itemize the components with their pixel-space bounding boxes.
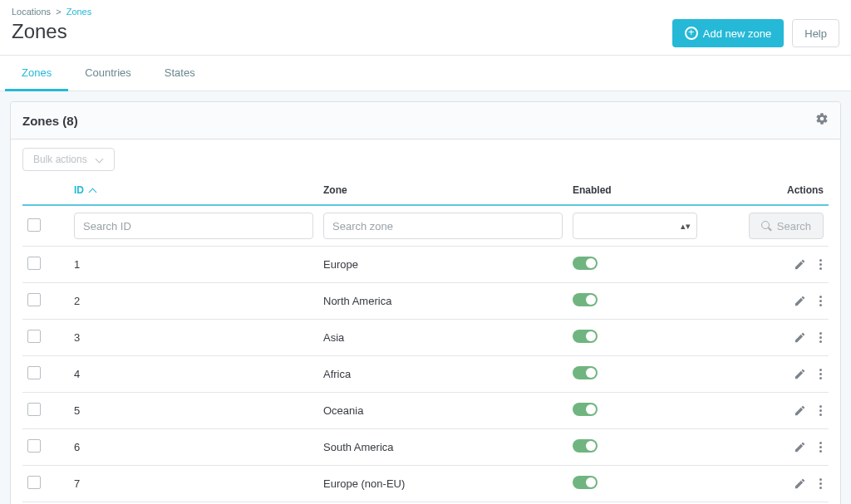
table-row: 2North America [22,283,829,320]
bulk-actions-dropdown[interactable]: Bulk actions [22,148,115,171]
table-row: 1Europe [22,247,829,283]
kebab-icon[interactable] [818,367,824,381]
edit-icon[interactable] [794,258,806,271]
table-row: 4Africa [22,356,829,393]
tab-countries[interactable]: Countries [68,56,148,91]
edit-icon[interactable] [794,477,806,490]
kebab-icon[interactable] [818,477,824,491]
filter-enabled-select[interactable] [573,213,697,239]
search-icon [761,221,772,232]
help-button[interactable]: Help [792,19,839,47]
edit-icon[interactable] [794,368,806,380]
table-row: 5Oceania [22,393,829,429]
col-enabled[interactable]: Enabled [568,178,697,205]
row-id: 1 [69,247,318,283]
breadcrumb-separator: > [53,7,63,17]
row-zone: South America [318,429,568,466]
col-id-label: ID [74,184,84,196]
chevron-down-icon [96,155,104,164]
row-zone: North America [318,283,568,320]
row-checkbox[interactable] [27,403,41,416]
kebab-icon[interactable] [818,330,824,345]
edit-icon[interactable] [794,441,806,453]
col-actions-label: Actions [787,184,824,196]
plus-circle-icon [685,27,698,40]
table-row: 3Asia [22,320,829,356]
row-zone: Asia [318,320,568,356]
page-title: Zones [12,20,67,43]
breadcrumb-current[interactable]: Zones [66,7,92,17]
row-id: 5 [69,393,318,429]
row-checkbox[interactable] [27,476,41,489]
col-id[interactable]: ID [69,178,318,205]
tab-zones[interactable]: Zones [5,56,68,91]
col-actions: Actions [762,178,829,205]
row-id: 7 [69,466,318,502]
kebab-icon[interactable] [818,294,824,308]
row-id: 2 [69,283,318,320]
table-row: 6South America [22,429,829,466]
enabled-toggle[interactable] [573,476,598,489]
edit-icon[interactable] [794,295,806,307]
kebab-icon[interactable] [818,257,824,272]
col-zone-label: Zone [323,184,347,196]
bulk-actions-label: Bulk actions [33,154,87,165]
row-id: 4 [69,356,318,393]
help-label: Help [804,27,827,40]
search-button[interactable]: Search [749,213,824,239]
row-checkbox[interactable] [27,366,41,379]
search-label: Search [777,220,811,232]
panel-title: Zones (8) [22,114,78,128]
kebab-icon[interactable] [818,440,824,454]
enabled-toggle[interactable] [573,257,598,270]
row-zone: Europe (non-EU) [318,466,568,502]
enabled-toggle[interactable] [573,403,598,416]
breadcrumb-root[interactable]: Locations [12,7,51,17]
row-zone: Europe [318,247,568,283]
row-checkbox[interactable] [27,257,41,270]
row-checkbox[interactable] [27,293,41,306]
add-new-zone-label: Add new zone [703,27,771,40]
table-body: 1Europe2North America3Asia4Africa5Oceani… [22,247,829,505]
row-id: 3 [69,320,318,356]
col-enabled-label: Enabled [573,184,612,196]
sort-asc-icon [90,184,96,196]
col-zone[interactable]: Zone [318,178,568,205]
col-checkbox [22,178,69,205]
select-all-checkbox[interactable] [27,218,41,232]
add-new-zone-button[interactable]: Add new zone [672,19,784,47]
enabled-toggle[interactable] [573,293,598,306]
edit-icon[interactable] [794,404,806,417]
row-zone: Oceania [318,393,568,429]
kebab-icon[interactable] [818,404,824,418]
enabled-toggle[interactable] [573,330,598,343]
enabled-toggle[interactable] [573,366,598,379]
breadcrumb: Locations > Zones [12,3,839,18]
row-zone: Africa [318,356,568,393]
enabled-toggle[interactable] [573,439,598,453]
gear-icon[interactable] [815,112,829,129]
tabs: ZonesCountriesStates [0,55,851,91]
tab-states[interactable]: States [148,56,212,91]
table-row: 7Europe (non-EU) [22,466,829,502]
row-checkbox[interactable] [27,439,41,453]
row-checkbox[interactable] [27,330,41,343]
edit-icon[interactable] [794,331,806,344]
row-id: 6 [69,429,318,466]
filter-id-input[interactable] [74,213,313,239]
filter-zone-input[interactable] [323,213,563,239]
